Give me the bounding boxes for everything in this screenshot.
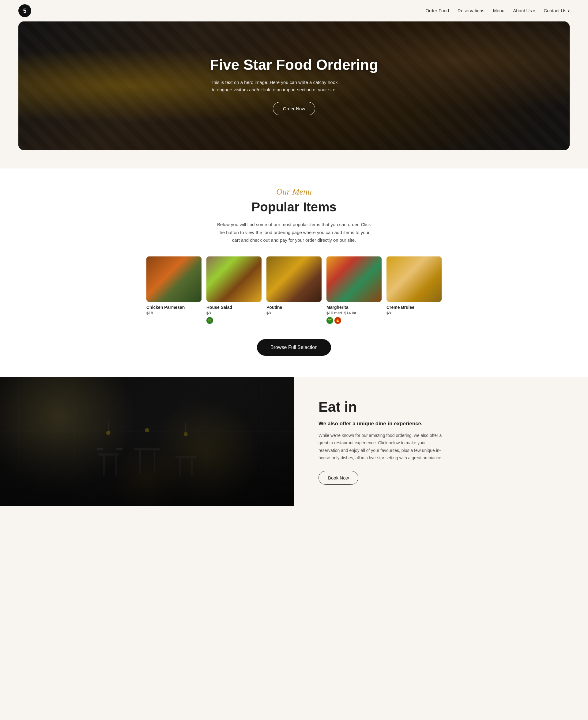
- svg-rect-1: [103, 456, 105, 476]
- food-grid: Chicken Parmesan$18House Salad$8🌿Poutine…: [18, 256, 570, 324]
- food-price-poutine: $8: [267, 311, 321, 315]
- svg-rect-3: [97, 448, 103, 450]
- svg-rect-4: [116, 448, 123, 450]
- food-image-house-salad: [206, 256, 261, 302]
- food-price-margherita: $10 med. $14 lar.: [327, 311, 382, 315]
- svg-rect-6: [139, 450, 141, 474]
- hero-section: Five Star Food Ordering This is text on …: [18, 21, 570, 150]
- nav-link-contact-us[interactable]: Contact Us: [544, 8, 566, 13]
- food-image-poutine: [267, 256, 321, 302]
- svg-rect-10: [191, 458, 193, 476]
- navigation: 5 Order Food Reservations Menu About Us …: [0, 0, 588, 21]
- food-badges-house-salad: 🌿: [206, 317, 261, 324]
- svg-rect-5: [134, 448, 160, 450]
- nav-link-reservations[interactable]: Reservations: [458, 8, 484, 13]
- food-card-chicken-parmesan[interactable]: Chicken Parmesan$18: [146, 256, 202, 324]
- food-card-creme-brulee[interactable]: Creme Brulee$8: [386, 256, 442, 324]
- svg-point-13: [145, 428, 149, 432]
- food-card-house-salad[interactable]: House Salad$8🌿: [206, 256, 261, 324]
- nav-link-about-us[interactable]: About Us: [513, 8, 532, 13]
- food-name-house-salad: House Salad: [206, 305, 261, 310]
- menu-label: Our Menu: [18, 187, 570, 197]
- food-card-poutine[interactable]: Poutine$8: [267, 256, 321, 324]
- hero-subtitle: This is text on a hero image. Here you c…: [210, 79, 338, 94]
- svg-rect-9: [179, 458, 181, 476]
- eat-in-image: [0, 377, 294, 506]
- food-name-creme-brulee: Creme Brulee: [386, 305, 442, 310]
- eat-in-section: Eat in We also offer a unique dine-in ex…: [0, 377, 588, 506]
- menu-title: Popular Items: [18, 200, 570, 214]
- food-image-chicken-parmesan: [146, 256, 202, 302]
- food-price-creme-brulee: $8: [386, 311, 442, 315]
- nav-link-menu[interactable]: Menu: [493, 8, 505, 13]
- book-now-button[interactable]: Book Now: [318, 471, 358, 485]
- eat-in-subtitle: We also offer a unique dine-in experienc…: [318, 421, 564, 427]
- food-name-margherita: Margherita: [327, 305, 382, 310]
- hero-title: Five Star Food Ordering: [210, 56, 378, 73]
- food-image-margherita: [327, 256, 382, 302]
- food-price-house-salad: $8: [206, 311, 261, 315]
- food-image-creme-brulee: [386, 256, 442, 302]
- nav-item-menu[interactable]: Menu: [493, 8, 505, 14]
- hero-wrapper: Five Star Food Ordering This is text on …: [0, 21, 588, 168]
- logo[interactable]: 5: [18, 4, 31, 17]
- hero-content: Five Star Food Ordering This is text on …: [210, 56, 378, 115]
- svg-point-11: [106, 431, 110, 435]
- fire-badge: 🔥: [334, 317, 341, 324]
- food-card-margherita[interactable]: Margherita$10 med. $14 lar.🌱🔥: [327, 256, 382, 324]
- svg-rect-0: [98, 453, 119, 456]
- food-name-poutine: Poutine: [267, 305, 321, 310]
- svg-rect-8: [175, 456, 196, 458]
- nav-item-contact-us[interactable]: Contact Us: [544, 8, 570, 14]
- menu-section: Our Menu Popular Items Below you will fi…: [0, 168, 588, 377]
- svg-rect-2: [115, 456, 117, 476]
- eat-in-description: While we're known for our amazing food o…: [318, 432, 447, 462]
- food-price-chicken-parmesan: $18: [146, 311, 202, 315]
- food-name-chicken-parmesan: Chicken Parmesan: [146, 305, 202, 310]
- browse-full-selection-button[interactable]: Browse Full Selection: [257, 339, 331, 356]
- nav-item-reservations[interactable]: Reservations: [458, 8, 484, 14]
- svg-rect-7: [154, 450, 155, 474]
- nav-link-order-food[interactable]: Order Food: [425, 8, 449, 13]
- eat-in-content: Eat in We also offer a unique dine-in ex…: [294, 377, 588, 506]
- menu-description: Below you will find some of our most pop…: [214, 221, 374, 244]
- leaf-badge: 🌿: [206, 317, 213, 324]
- svg-point-15: [184, 432, 188, 436]
- veg-badge: 🌱: [327, 317, 333, 324]
- nav-item-order-food[interactable]: Order Food: [425, 8, 449, 14]
- nav-item-about-us[interactable]: About Us: [513, 8, 535, 14]
- hero-cta-button[interactable]: Order Now: [273, 102, 315, 115]
- nav-links: Order Food Reservations Menu About Us Co…: [425, 8, 570, 14]
- food-badges-margherita: 🌱🔥: [327, 317, 382, 324]
- eat-in-title: Eat in: [318, 398, 564, 415]
